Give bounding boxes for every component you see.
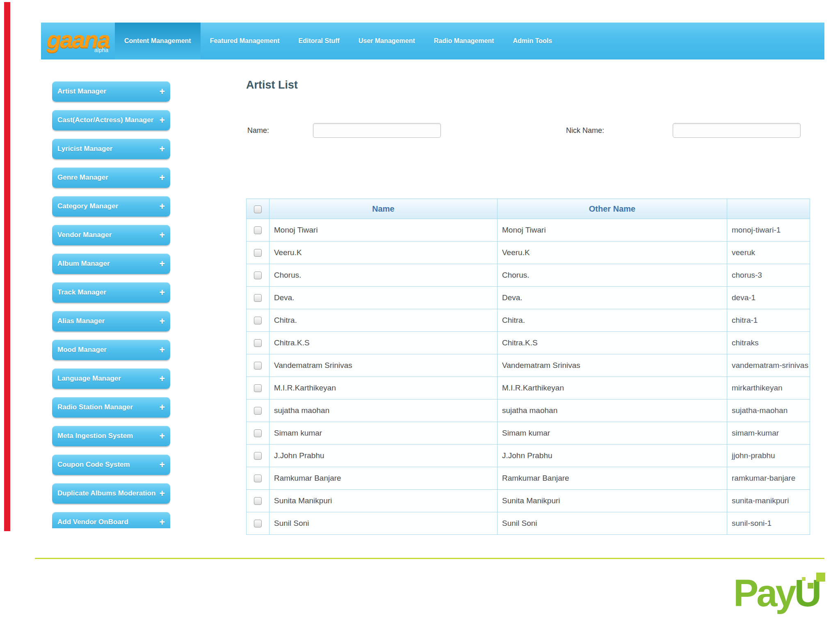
tab-admin-tools[interactable]: Admin Tools [503, 23, 562, 59]
plus-icon[interactable]: + [160, 144, 165, 155]
artist-other-name-cell: Chorus. [498, 264, 727, 287]
row-checkbox[interactable] [254, 294, 262, 302]
sidebar-item-vendor-manager[interactable]: Vendor Manager+ [52, 225, 170, 245]
sidebar-item-radio-station-manager[interactable]: Radio Station Manager+ [52, 397, 170, 418]
gaana-logo-alpha-label: alpha [94, 47, 108, 53]
row-checkbox[interactable] [254, 475, 262, 482]
sidebar-item-label: Language Manager [57, 374, 158, 383]
artist-nickname-cell: monoj-tiwari-1 [727, 219, 810, 242]
plus-icon[interactable]: + [160, 431, 165, 442]
plus-icon[interactable]: + [160, 115, 165, 126]
sidebar-item-category-manager[interactable]: Category Manager+ [52, 196, 170, 217]
payu-pixel-icon [808, 583, 813, 589]
sidebar-item-lyricist-manager[interactable]: Lyricist Manager+ [52, 139, 170, 159]
plus-icon[interactable]: + [160, 517, 165, 528]
artist-nickname-cell: ramkumar-banjare [727, 467, 810, 490]
sidebar-item-artist-manager[interactable]: Artist Manager+ [52, 81, 170, 102]
sidebar-item-label: Duplicate Albums Moderation [57, 489, 158, 498]
sidebar-item-genre-manager[interactable]: Genre Manager+ [52, 167, 170, 188]
sidebar-item-label: Meta Ingestion System [57, 432, 158, 440]
row-checkbox[interactable] [254, 317, 262, 324]
row-checkbox[interactable] [254, 249, 262, 257]
payu-logo-u-text: U [794, 572, 819, 614]
row-checkbox-cell [247, 287, 269, 309]
sidebar-item-mood-manager[interactable]: Mood Manager+ [52, 340, 170, 360]
row-checkbox[interactable] [254, 407, 262, 415]
plus-icon[interactable]: + [160, 230, 165, 241]
plus-icon[interactable]: + [160, 316, 165, 327]
artist-name-cell: Vandematram Srinivas [269, 354, 498, 377]
row-checkbox[interactable] [254, 497, 262, 505]
plus-icon[interactable]: + [160, 488, 165, 499]
nickname-filter-input[interactable] [673, 123, 801, 138]
row-checkbox[interactable] [254, 452, 262, 460]
sidebar-item-coupon-code-system[interactable]: Coupon Code System+ [52, 454, 170, 475]
artist-other-name-cell: Veeru.K [498, 242, 727, 264]
sidebar-item-label: Genre Manager [57, 173, 158, 182]
sidebar-item-language-manager[interactable]: Language Manager+ [52, 368, 170, 389]
tab-radio-management[interactable]: Radio Management [425, 23, 504, 59]
table-row: Simam kumarSimam kumarsimam-kumar [247, 422, 810, 445]
artist-name-cell: Sunil Soni [269, 512, 498, 535]
sidebar-item-meta-ingestion-system[interactable]: Meta Ingestion System+ [52, 426, 170, 446]
plus-icon[interactable]: + [160, 373, 165, 384]
plus-icon[interactable]: + [160, 287, 165, 298]
artist-nickname-cell: chitraks [727, 332, 810, 354]
artist-nickname-cell: chorus-3 [727, 264, 810, 287]
sidebar-item-cast-actor-actress-manager[interactable]: Cast(Actor/Actress) Manager+ [52, 110, 170, 130]
sidebar-item-label: Lyricist Manager [57, 145, 158, 153]
payu-logo-pay-text: Pay [733, 572, 794, 614]
table-row: Chitra.Chitra.chitra-1 [247, 309, 810, 332]
sidebar-menu: Artist Manager+Cast(Actor/Actress) Manag… [52, 81, 170, 528]
select-all-checkbox[interactable] [254, 205, 262, 213]
sidebar-item-label: Category Manager [57, 202, 158, 210]
tab-editoral-stuff[interactable]: Editoral Stuff [289, 23, 349, 59]
sidebar-item-label: Mood Manager [57, 346, 158, 354]
sidebar-item-add-vendor-onboard[interactable]: Add Vendor OnBoard+ [52, 512, 170, 528]
artist-nickname-cell: mirkarthikeyan [727, 377, 810, 399]
row-checkbox-cell [247, 219, 269, 242]
plus-icon[interactable]: + [160, 86, 165, 97]
sidebar-item-duplicate-albums-moderation[interactable]: Duplicate Albums Moderation+ [52, 483, 170, 504]
row-checkbox[interactable] [254, 362, 262, 370]
row-checkbox[interactable] [254, 226, 262, 234]
artist-nickname-cell: jjohn-prabhu [727, 445, 810, 467]
artist-nickname-cell: chitra-1 [727, 309, 810, 332]
name-filter-input[interactable] [313, 123, 441, 138]
sidebar-item-label: Add Vendor OnBoard [57, 518, 158, 526]
tab-featured-management[interactable]: Featured Management [201, 23, 289, 59]
gaana-logo[interactable]: gaana alpha [41, 23, 115, 59]
sidebar-item-label: Album Manager [57, 260, 158, 268]
table-row: Vandematram SrinivasVandematram Srinivas… [247, 354, 810, 377]
artist-other-name-cell: Chitra. [498, 309, 727, 332]
row-checkbox[interactable] [254, 384, 262, 392]
artist-other-name-cell: Deva. [498, 287, 727, 309]
artist-name-cell: M.I.R.Karthikeyan [269, 377, 498, 399]
artist-name-cell: Ramkumar Banjare [269, 467, 498, 490]
app-root: gaana alpha Content ManagementFeatured M… [0, 0, 840, 630]
tab-content-management[interactable]: Content Management [115, 23, 201, 59]
row-checkbox-cell [247, 512, 269, 535]
plus-icon[interactable]: + [160, 345, 165, 356]
row-checkbox[interactable] [254, 272, 262, 279]
plus-icon[interactable]: + [160, 258, 165, 269]
plus-icon[interactable]: + [160, 172, 165, 183]
row-checkbox[interactable] [254, 339, 262, 347]
plus-icon[interactable]: + [160, 201, 165, 212]
artist-nickname-cell: vandematram-srinivas [727, 354, 810, 377]
row-checkbox-cell [247, 332, 269, 354]
sidebar-item-label: Track Manager [57, 288, 158, 297]
plus-icon[interactable]: + [160, 402, 165, 413]
artist-name-cell: Chorus. [269, 264, 498, 287]
row-checkbox[interactable] [254, 520, 262, 527]
sidebar-item-track-manager[interactable]: Track Manager+ [52, 282, 170, 303]
artist-name-cell: Simam kumar [269, 422, 498, 445]
row-checkbox[interactable] [254, 429, 262, 437]
row-checkbox-cell [247, 445, 269, 467]
nickname-column-header [727, 199, 810, 219]
artist-nickname-cell: deva-1 [727, 287, 810, 309]
sidebar-item-album-manager[interactable]: Album Manager+ [52, 253, 170, 274]
tab-user-management[interactable]: User Management [349, 23, 425, 59]
sidebar-item-alias-manager[interactable]: Alias Manager+ [52, 311, 170, 331]
plus-icon[interactable]: + [160, 459, 165, 470]
